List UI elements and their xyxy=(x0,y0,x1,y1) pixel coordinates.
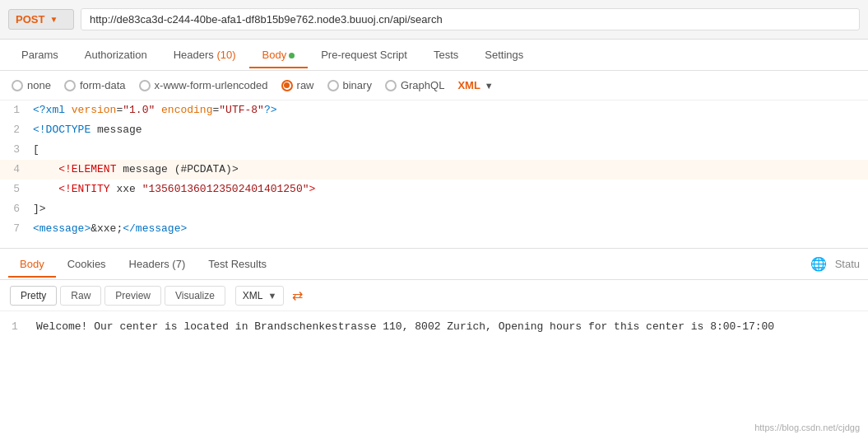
top-bar: POST ▼ xyxy=(0,0,868,40)
tab-settings[interactable]: Settings xyxy=(471,42,536,68)
response-right: 🌐 Statu xyxy=(810,256,860,272)
radio-form-data-label: form-data xyxy=(80,79,126,91)
response-tab-headers[interactable]: Headers (7) xyxy=(118,251,197,277)
line-num-7: 7 xyxy=(0,221,33,237)
resp-line-text-1: Welcome! Our center is located in Brands… xyxy=(36,318,774,336)
radio-urlencoded[interactable]: x-www-form-urlencoded xyxy=(139,79,268,91)
line-num-2: 2 xyxy=(0,122,33,138)
tab-authorization[interactable]: Authorization xyxy=(72,42,160,68)
response-xml-chevron-icon: ▼ xyxy=(268,291,277,301)
radio-form-data[interactable]: form-data xyxy=(64,79,126,91)
xml-label: XML xyxy=(457,79,480,91)
xml-dropdown[interactable]: XML ▼ xyxy=(457,79,493,91)
tab-headers[interactable]: Headers (10) xyxy=(160,42,249,68)
line-num-6: 6 xyxy=(0,201,33,217)
code-line-7: 7 <message>&xxe;</message> xyxy=(0,219,868,239)
response-tab-body-label: Body xyxy=(20,258,44,270)
pretty-button[interactable]: Pretty xyxy=(10,286,57,306)
method-label: POST xyxy=(16,13,44,26)
radio-none-label: none xyxy=(27,79,51,91)
code-line-5: 5 <!ENTITY xxe "13560136012350240140125​… xyxy=(0,180,868,199)
tab-settings-label: Settings xyxy=(485,49,523,61)
response-tab-headers-label: Headers (7) xyxy=(129,258,186,270)
radio-binary-label: binary xyxy=(343,79,372,91)
response-tab-test-results[interactable]: Test Results xyxy=(197,251,278,277)
tab-params[interactable]: Params xyxy=(8,42,72,68)
visualize-button[interactable]: Visualize xyxy=(165,286,225,306)
code-line-2: 2 <!DOCTYPE message xyxy=(0,120,868,140)
radio-raw[interactable]: raw xyxy=(281,79,314,91)
resp-line-num-1: 1 xyxy=(12,318,28,336)
radio-graphql[interactable]: GraphQL xyxy=(385,79,444,91)
tab-tests-label: Tests xyxy=(434,49,458,61)
globe-icon: 🌐 xyxy=(810,256,827,272)
tab-body[interactable]: Body xyxy=(249,42,309,68)
tab-params-label: Params xyxy=(21,49,58,61)
radio-raw-inner xyxy=(284,82,290,88)
tab-prerequest-label: Pre-request Script xyxy=(321,49,407,61)
code-line-3: 3 [ xyxy=(0,140,868,160)
response-tab-test-results-label: Test Results xyxy=(208,258,267,270)
response-tab-cookies[interactable]: Cookies xyxy=(56,251,118,277)
line-num-3: 3 xyxy=(0,142,33,158)
tab-headers-label: Headers xyxy=(174,49,217,61)
radio-graphql-circle xyxy=(385,80,397,91)
radio-binary[interactable]: binary xyxy=(327,79,372,91)
radio-binary-circle xyxy=(327,80,339,91)
response-tabs: Body Cookies Headers (7) Test Results 🌐 … xyxy=(0,249,868,280)
body-type-row: none form-data x-www-form-urlencoded raw… xyxy=(0,71,868,100)
radio-urlencoded-circle xyxy=(139,80,151,91)
response-body: 1 Welcome! Our center is located in Bran… xyxy=(0,311,868,354)
preview-button[interactable]: Preview xyxy=(104,286,161,306)
status-text: Statu xyxy=(835,258,860,270)
request-nav-tabs: Params Authorization Headers (10) Body P… xyxy=(0,40,868,71)
response-tab-cookies-label: Cookies xyxy=(67,258,106,270)
radio-raw-circle xyxy=(281,80,293,91)
response-line-1: 1 Welcome! Our center is located in Bran… xyxy=(12,318,856,336)
response-tab-body[interactable]: Body xyxy=(8,251,56,277)
radio-raw-label: raw xyxy=(297,79,314,91)
radio-form-data-circle xyxy=(64,80,76,91)
tab-authorization-label: Authorization xyxy=(85,49,147,61)
code-editor[interactable]: 1 <?xml version="1.0" encoding="UTF-8"?>… xyxy=(0,100,868,249)
radio-none[interactable]: none xyxy=(12,79,51,91)
code-line-6: 6 ]> xyxy=(0,199,868,219)
response-xml-label: XML xyxy=(243,290,263,301)
raw-button[interactable]: Raw xyxy=(60,286,101,306)
line-num-5: 5 xyxy=(0,181,33,198)
xml-chevron-icon: ▼ xyxy=(485,81,494,91)
headers-badge: (10) xyxy=(216,49,235,61)
line-num-1: 1 xyxy=(0,102,33,119)
method-select[interactable]: POST ▼ xyxy=(8,9,74,30)
method-chevron-icon: ▼ xyxy=(49,15,58,24)
wrap-icon[interactable]: ⇄ xyxy=(292,287,303,303)
watermark: https://blog.csdn.net/cjdgg xyxy=(754,423,860,432)
url-input[interactable] xyxy=(81,8,860,30)
body-dot xyxy=(289,53,295,58)
tab-body-label: Body xyxy=(262,49,287,61)
response-xml-select[interactable]: XML ▼ xyxy=(235,286,285,306)
code-line-1: 1 <?xml version="1.0" encoding="UTF-8"?> xyxy=(0,100,868,120)
tab-prerequest[interactable]: Pre-request Script xyxy=(308,42,420,68)
line-num-4: 4 xyxy=(0,161,33,178)
radio-urlencoded-label: x-www-form-urlencoded xyxy=(155,79,268,91)
response-toolbar: Pretty Raw Preview Visualize XML ▼ ⇄ xyxy=(0,280,868,311)
radio-graphql-label: GraphQL xyxy=(401,79,444,91)
radio-none-circle xyxy=(12,80,23,91)
code-line-4: 4 <!ELEMENT message (#PCDATA)> xyxy=(0,160,868,180)
tab-tests[interactable]: Tests xyxy=(420,42,471,68)
